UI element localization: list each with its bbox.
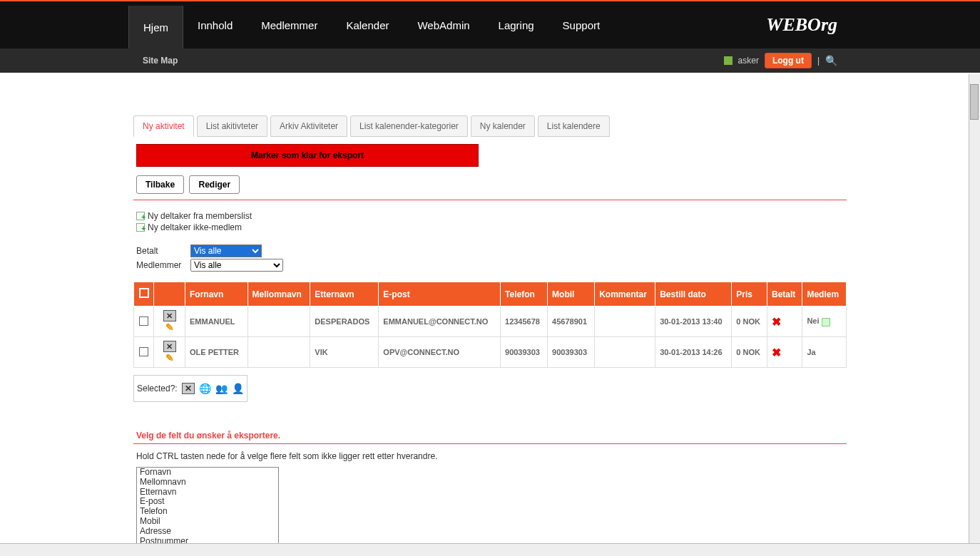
- export-field-item[interactable]: Telefon: [137, 507, 278, 517]
- cell-kommentar: [595, 337, 655, 368]
- cell-dato: 30-01-2013 13:40: [655, 307, 732, 337]
- export-field-item[interactable]: Fornavn: [137, 468, 278, 478]
- new-participant-nonmember-link[interactable]: Ny deltaker ikke-medlem: [136, 222, 844, 233]
- search-icon[interactable]: 🔍: [825, 55, 837, 66]
- th-kommentar[interactable]: Kommentar: [595, 282, 655, 307]
- delete-row-icon[interactable]: ✕: [163, 341, 176, 352]
- divider: |: [817, 56, 820, 66]
- globe-icon[interactable]: 🌐: [199, 383, 211, 394]
- cell-medlem: Nei: [802, 307, 847, 337]
- cell-betalt: ✖: [767, 337, 802, 368]
- delete-row-icon[interactable]: ✕: [163, 310, 176, 321]
- people-icon[interactable]: 👤: [232, 383, 244, 394]
- add-icon: [136, 223, 145, 232]
- edit-row-icon[interactable]: ✎: [165, 321, 174, 333]
- export-fields-header: Velg de felt du ønsker å eksportere.: [133, 416, 847, 444]
- user-icon: [724, 56, 733, 65]
- th-mobil[interactable]: Mobil: [548, 282, 595, 307]
- table-row: ✕ ✎OLE PETTERVIKOPV@CONNECT.NO9003930390…: [134, 337, 847, 368]
- new-participant-members-link[interactable]: Ny deltaker fra memberslist: [136, 210, 844, 222]
- th-betalt[interactable]: Betalt: [767, 282, 802, 307]
- link-label: Ny deltaker ikke-medlem: [148, 222, 242, 232]
- vertical-scrollbar[interactable]: [969, 74, 980, 543]
- move-people-icon[interactable]: 👥: [215, 383, 228, 394]
- cell-mobil: 45678901: [548, 307, 595, 337]
- cell-fornavn: OLE PETTER: [185, 337, 248, 368]
- tab-list-kalendere[interactable]: List kalendere: [538, 115, 610, 137]
- cell-kommentar: [595, 307, 655, 337]
- nav-hjem[interactable]: Hjem: [128, 6, 183, 48]
- nav-medlemmer[interactable]: Medlemmer: [247, 1, 332, 48]
- th-telefon[interactable]: Telefon: [501, 282, 548, 307]
- export-field-item[interactable]: E-post: [137, 497, 278, 507]
- participants-table: Fornavn Mellomnavn Etternavn E-post Tele…: [133, 282, 847, 368]
- cell-telefon: 12345678: [501, 307, 548, 337]
- back-button[interactable]: Tilbake: [136, 175, 184, 194]
- cell-mellomnavn: [247, 307, 310, 337]
- cell-betalt: ✖: [767, 307, 802, 337]
- cell-fornavn: EMMANUEL: [185, 307, 248, 337]
- not-paid-icon[interactable]: ✖: [772, 316, 781, 328]
- add-member-icon[interactable]: [822, 318, 830, 326]
- cell-telefon: 90039303: [501, 337, 548, 368]
- delete-selected-icon[interactable]: ✕: [182, 383, 195, 394]
- medlemmer-label: Medlemmer: [136, 260, 186, 270]
- header-actions: [154, 282, 185, 307]
- th-dato[interactable]: Bestill dato: [655, 282, 732, 307]
- main-nav: Hjem Innhold Medlemmer Kalender WebAdmin…: [0, 1, 980, 48]
- cell-etternavn: DESPERADOS: [310, 307, 379, 337]
- edit-button[interactable]: Rediger: [189, 175, 240, 194]
- th-medlem[interactable]: Medlem: [802, 282, 847, 307]
- edit-row-icon[interactable]: ✎: [165, 352, 174, 364]
- username: asker: [738, 56, 759, 66]
- cell-mellomnavn: [247, 337, 310, 368]
- selected-label: Selected?:: [137, 383, 178, 393]
- nav-kalender[interactable]: Kalender: [332, 1, 403, 48]
- th-fornavn[interactable]: Fornavn: [185, 282, 248, 307]
- cell-etternavn: VIK: [310, 337, 379, 368]
- sitemap-link[interactable]: Site Map: [143, 56, 178, 66]
- export-field-item[interactable]: Adresse: [137, 527, 278, 537]
- th-epost[interactable]: E-post: [379, 282, 501, 307]
- betalt-select[interactable]: Vis alle: [190, 244, 262, 257]
- export-note: Hold CTRL tasten nede for å velge flere …: [133, 444, 847, 464]
- action-buttons: Tilbake Rediger: [133, 170, 847, 200]
- header-checkbox[interactable]: [134, 282, 154, 307]
- th-mellomnavn[interactable]: Mellomnavn: [247, 282, 310, 307]
- cell-mobil: 90039303: [548, 337, 595, 368]
- tab-arkiv[interactable]: Arkiv Aktiviteter: [270, 115, 347, 137]
- nav-webadmin[interactable]: WebAdmin: [403, 1, 484, 48]
- not-paid-icon[interactable]: ✖: [772, 346, 781, 359]
- content-tabs: Ny aktivitet List akitivteter Arkiv Akti…: [133, 115, 847, 137]
- export-banner[interactable]: Marker som klar for eksport: [136, 144, 479, 167]
- table-row: ✕ ✎EMMANUELDESPERADOSEMMANUEL@CONNECT.NO…: [134, 307, 847, 337]
- export-field-item[interactable]: Mellomnavn: [137, 478, 278, 488]
- logout-button[interactable]: Logg ut: [765, 53, 812, 68]
- horizontal-scrollbar[interactable]: [0, 543, 980, 556]
- cell-epost: OPV@CONNECT.NO: [379, 337, 501, 368]
- th-etternavn[interactable]: Etternavn: [310, 282, 379, 307]
- th-pris[interactable]: Pris: [732, 282, 767, 307]
- tab-list-aktiviteter[interactable]: List akitivteter: [197, 115, 267, 137]
- medlemmer-select[interactable]: Vis alle: [190, 259, 283, 272]
- selected-actions: Selected?: ✕ 🌐 👥 👤: [133, 375, 247, 402]
- cell-epost: EMMANUEL@CONNECT.NO: [379, 307, 501, 337]
- link-label: Ny deltaker fra memberslist: [148, 211, 252, 221]
- row-checkbox[interactable]: [139, 347, 148, 356]
- logo: WEBOrg: [766, 1, 837, 48]
- tab-ny-aktivitet[interactable]: Ny aktivitet: [133, 115, 194, 137]
- scrollbar-thumb[interactable]: [970, 84, 979, 120]
- nav-support[interactable]: Support: [548, 1, 615, 48]
- cell-medlem: Ja: [802, 337, 847, 368]
- cell-pris: 0 NOK: [732, 307, 767, 337]
- row-checkbox[interactable]: [139, 316, 148, 326]
- sub-nav: Site Map asker Logg ut | 🔍: [0, 48, 980, 73]
- nav-lagring[interactable]: Lagring: [484, 1, 548, 48]
- export-field-item[interactable]: Mobil: [137, 517, 278, 527]
- tab-ny-kalender[interactable]: Ny kalender: [471, 115, 535, 137]
- cell-pris: 0 NOK: [732, 337, 767, 368]
- add-icon: [136, 212, 145, 220]
- nav-innhold[interactable]: Innhold: [183, 1, 247, 48]
- tab-kalender-kategorier[interactable]: List kalenender-kategorier: [350, 115, 468, 137]
- export-field-item[interactable]: Etternavn: [137, 488, 278, 498]
